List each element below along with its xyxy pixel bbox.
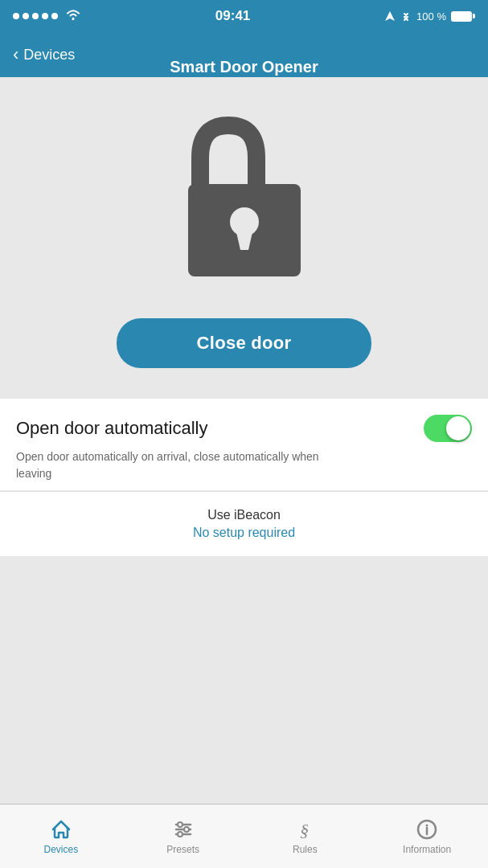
signal-dot-1 — [13, 13, 19, 19]
signal-dot-3 — [32, 13, 39, 19]
back-chevron-icon: ‹ — [13, 46, 18, 63]
hero-section: Close door — [0, 77, 488, 397]
auto-open-toggle[interactable] — [424, 415, 472, 442]
status-left — [13, 9, 81, 23]
tab-information[interactable]: Information — [366, 805, 488, 868]
tab-rules-label: Rules — [293, 844, 318, 855]
svg-point-14 — [426, 824, 429, 826]
tab-devices-label: Devices — [44, 844, 79, 855]
bluetooth-icon — [400, 10, 412, 22]
auto-open-desc: Open door automatically on arrival, clos… — [16, 448, 338, 482]
ibeacon-subtitle[interactable]: No setup required — [16, 526, 472, 540]
status-time: 09:41 — [215, 8, 250, 24]
tab-bar: Devices Presets § Rules Information — [0, 804, 488, 868]
battery-percent: 100 % — [416, 10, 446, 23]
wifi-icon — [65, 9, 81, 23]
signal-dot-4 — [42, 13, 48, 19]
back-label: Devices — [23, 47, 75, 63]
svg-point-3 — [230, 207, 259, 236]
svg-point-9 — [184, 827, 189, 832]
tab-presets-label: Presets — [166, 844, 199, 855]
tab-information-label: Information — [403, 844, 451, 855]
settings-section: Open door automatically Open door automa… — [0, 399, 488, 490]
auto-open-title: Open door automatically — [16, 418, 207, 439]
status-right: 100 % — [384, 10, 475, 23]
rules-icon: § — [293, 818, 316, 841]
gray-area — [0, 556, 488, 717]
lock-icon-container — [164, 109, 325, 294]
ibeacon-title: Use iBeacon — [16, 508, 472, 522]
tab-presets[interactable]: Presets — [122, 805, 244, 868]
status-bar: 09:41 100 % — [0, 0, 488, 32]
svg-text:§: § — [300, 820, 309, 840]
page-title: Smart Door Opener — [170, 44, 318, 89]
close-door-button[interactable]: Close door — [117, 318, 372, 368]
tab-rules[interactable]: § Rules — [244, 805, 367, 868]
auto-open-row: Open door automatically — [16, 415, 472, 442]
location-icon — [384, 10, 396, 22]
toggle-knob — [446, 416, 470, 440]
svg-point-10 — [178, 832, 182, 837]
back-button[interactable]: ‹ Devices — [13, 46, 75, 63]
sliders-icon — [172, 818, 195, 841]
svg-point-0 — [72, 18, 75, 20]
battery-icon — [451, 11, 475, 22]
signal-dot-5 — [51, 13, 58, 19]
ibeacon-section: Use iBeacon No setup required — [0, 491, 488, 556]
tab-devices[interactable]: Devices — [0, 805, 122, 868]
svg-point-8 — [178, 822, 182, 827]
home-icon — [50, 818, 72, 841]
info-icon — [416, 818, 438, 841]
svg-marker-1 — [385, 11, 395, 21]
signal-dot-2 — [23, 13, 29, 19]
signal-dots — [13, 13, 58, 19]
nav-bar: ‹ Devices Smart Door Opener — [0, 32, 488, 77]
lock-icon — [172, 113, 317, 290]
